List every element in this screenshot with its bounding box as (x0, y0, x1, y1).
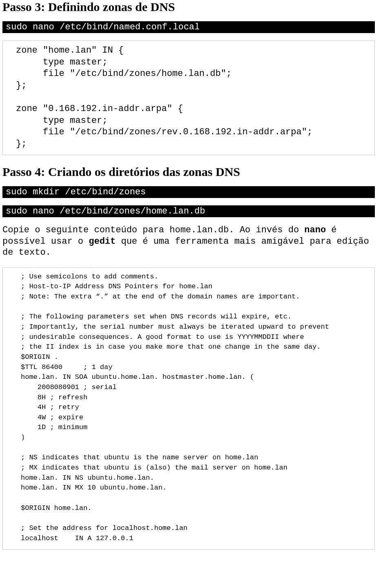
bodytext-bold-nano: nano (304, 225, 326, 235)
step4-heading: Passo 4: Criando os diretórios das zonas… (2, 165, 375, 179)
step3-terminal-cmd1: sudo nano /etc/bind/named.conf.local (2, 21, 375, 33)
step4-bodytext: Copie o seguinte conteúdo para home.lan.… (2, 225, 375, 258)
bodytext-span1: Copie o seguinte conteúdo para home.lan.… (2, 225, 304, 235)
document-page: Passo 3: Definindo zonas de DNS sudo nan… (2, 0, 375, 563)
step3-heading: Passo 3: Definindo zonas de DNS (2, 0, 375, 14)
step3-code-block: zone "home.lan" IN { type master; file "… (2, 40, 375, 155)
step4-terminal-cmd1: sudo mkdir /etc/bind/zones (2, 186, 375, 198)
bodytext-bold-gedit: gedit (89, 236, 116, 247)
step4-code-block: ; Use semicolons to add comments. ; Host… (2, 267, 375, 550)
step4-terminal-cmd2: sudo nano /etc/bind/zones/home.lan.db (2, 205, 375, 217)
